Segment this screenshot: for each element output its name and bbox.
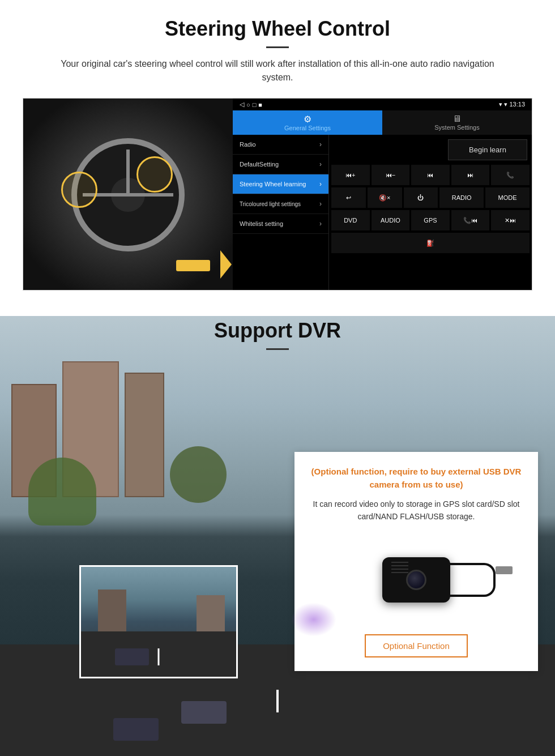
camera-light-effect xyxy=(291,603,336,637)
ctrl-skip-next[interactable]: ✕⏭ xyxy=(491,210,530,230)
highlight-right xyxy=(136,156,173,193)
steering-bg xyxy=(23,99,233,291)
dvr-optional-text: (Optional function, require to buy exter… xyxy=(308,465,524,491)
ctrl-extra[interactable]: ⛽ xyxy=(331,233,530,253)
menu-steering-label: Steering Wheel learning xyxy=(240,181,306,187)
dvr-thumbnail xyxy=(79,565,238,678)
ctrl-next[interactable]: ⏭ xyxy=(451,165,490,185)
optional-function-button[interactable]: Optional Function xyxy=(365,634,468,657)
menu-item-tricoloured[interactable]: Tricoloured light settings › xyxy=(233,194,328,214)
rib-3 xyxy=(391,569,408,570)
camera-ribs xyxy=(391,562,408,573)
arrow-head xyxy=(220,250,232,279)
ctrl-mute[interactable]: 🔇× xyxy=(368,187,402,208)
menu-item-defaultsetting[interactable]: DefaultSetting › xyxy=(233,155,328,174)
building-3 xyxy=(125,373,164,497)
ctrl-mode[interactable]: MODE xyxy=(485,187,530,208)
thumb-road-line xyxy=(158,648,160,665)
ctrl-gps[interactable]: GPS xyxy=(411,210,450,230)
settings-gear-icon: ⚙ xyxy=(304,114,311,125)
menu-item-whitelist[interactable]: Whitelist setting › xyxy=(233,214,328,234)
menu-default-label: DefaultSetting xyxy=(240,161,279,168)
control-row-4: ⛽ xyxy=(331,233,530,253)
ctrl-back[interactable]: ↩ xyxy=(331,187,366,208)
menu-item-steering-learning[interactable]: Steering Wheel learning › xyxy=(233,174,328,194)
dvr-info-box: (Optional function, require to buy exter… xyxy=(294,452,538,671)
section1-title: Steering Wheel Control xyxy=(23,17,532,41)
menu-default-arrow: › xyxy=(319,160,322,168)
section1-description: Your original car's steering wheel contr… xyxy=(45,57,510,84)
camera-lens xyxy=(406,570,426,590)
ctrl-prev[interactable]: ⏮ xyxy=(411,165,450,185)
controls-panel: Begin learn ⏮+ ⏮− ⏮ ⏭ 📞 ↩ 🔇× ⏻ RADIO xyxy=(329,135,532,290)
car-ui-composite: ◁ ○ □ ■ ▾ ▾ 13:13 ⚙ General Settings 🖥 xyxy=(23,98,532,291)
dvr-divider xyxy=(266,348,289,350)
ctrl-vol-up[interactable]: ⏮+ xyxy=(331,165,370,185)
begin-learn-button[interactable]: Begin learn xyxy=(448,139,527,160)
rib-2 xyxy=(391,565,408,566)
tab-general-label: General Settings xyxy=(284,125,331,131)
tree-left xyxy=(28,458,96,526)
android-tabs: ⚙ General Settings 🖥 System Settings xyxy=(233,110,532,135)
yellow-arrow xyxy=(176,251,221,280)
ctrl-dvd[interactable]: DVD xyxy=(331,210,370,230)
menu-tricoloured-label: Tricoloured light settings xyxy=(240,201,301,207)
menu-steering-arrow: › xyxy=(319,180,322,188)
usb-plug xyxy=(496,566,513,574)
tab-system-label: System Settings xyxy=(434,124,479,131)
highlight-left xyxy=(61,172,97,208)
optional-function-container: Optional Function xyxy=(308,634,524,657)
dvr-camera-image xyxy=(308,535,524,625)
dvr-description-text: It can record video only to storage in G… xyxy=(308,498,524,523)
menu-list: Radio › DefaultSetting › Steering Wheel … xyxy=(233,135,329,290)
rib-4 xyxy=(391,572,408,573)
nav-recent-icon: □ xyxy=(253,101,257,108)
steering-wheel-section: Steering Wheel Control Your original car… xyxy=(0,0,555,302)
spoke-vertical xyxy=(126,150,130,195)
thumb-road-scene xyxy=(81,567,236,677)
menu-item-radio[interactable]: Radio › xyxy=(233,135,328,155)
ctrl-radio[interactable]: RADIO xyxy=(439,187,484,208)
android-ui-panel: ◁ ○ □ ■ ▾ ▾ 13:13 ⚙ General Settings 🖥 xyxy=(233,99,532,290)
title-divider xyxy=(266,46,289,48)
ctrl-audio[interactable]: AUDIO xyxy=(372,210,410,230)
car-steering-photo xyxy=(23,99,233,291)
thumb-building xyxy=(98,590,126,635)
dvr-road-line xyxy=(276,690,279,712)
dvr-background: (Optional function, require to buy exter… xyxy=(0,316,555,756)
status-time: ▾ ▾ 13:13 xyxy=(499,101,525,108)
nav-menu-icon: ■ xyxy=(258,101,262,108)
android-status-bar: ◁ ○ □ ■ ▾ ▾ 13:13 xyxy=(233,99,532,110)
ctrl-phone-prev[interactable]: 📞⏮ xyxy=(451,210,490,230)
menu-radio-arrow: › xyxy=(319,140,322,148)
dvr-section: Support DVR xyxy=(0,307,555,756)
tab-general-settings[interactable]: ⚙ General Settings xyxy=(233,110,382,135)
menu-whitelist-label: Whitelist setting xyxy=(240,220,283,227)
menu-whitelist-arrow: › xyxy=(319,220,322,228)
control-row-2: ↩ 🔇× ⏻ RADIO MODE xyxy=(331,187,530,208)
menu-radio-label: Radio xyxy=(240,141,256,148)
clock-display: 13:13 xyxy=(509,101,525,108)
tab-system-settings[interactable]: 🖥 System Settings xyxy=(382,110,532,135)
control-row-1: ⏮+ ⏮− ⏮ ⏭ 📞 xyxy=(331,165,530,185)
ctrl-power[interactable]: ⏻ xyxy=(404,187,438,208)
thumb-car xyxy=(115,648,149,665)
ctrl-vol-down[interactable]: ⏮− xyxy=(372,165,410,185)
android-content: Radio › DefaultSetting › Steering Wheel … xyxy=(233,135,532,290)
rib-1 xyxy=(391,562,408,563)
nav-home-icon: ○ xyxy=(246,101,250,108)
nav-back-icon: ◁ xyxy=(240,101,244,108)
menu-tricoloured-arrow: › xyxy=(319,200,322,208)
ctrl-phone[interactable]: 📞 xyxy=(491,165,530,185)
car-2 xyxy=(181,701,227,724)
section2-title: Support DVR xyxy=(0,307,555,343)
car-1 xyxy=(113,718,159,741)
tree-right xyxy=(170,446,227,503)
control-row-3: DVD AUDIO GPS 📞⏮ ✕⏭ xyxy=(331,210,530,230)
system-icon: 🖥 xyxy=(452,114,462,124)
thumb-building-2 xyxy=(197,595,225,635)
nav-icons: ◁ ○ □ ■ xyxy=(240,101,262,108)
arrow-body xyxy=(176,260,210,271)
begin-learn-row: Begin learn xyxy=(331,137,530,163)
signal-icon: ▾ ▾ xyxy=(499,101,507,108)
